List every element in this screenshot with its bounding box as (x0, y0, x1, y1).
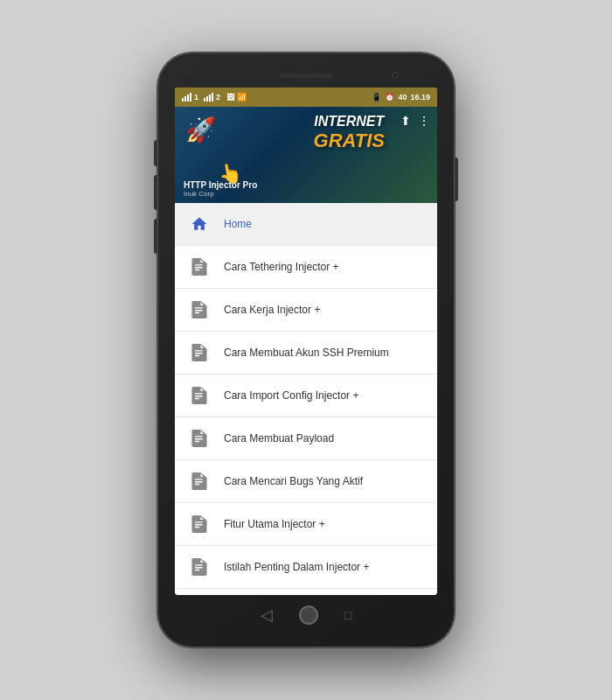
nav-item-home[interactable]: Home (175, 203, 437, 246)
status-right: 📱 ⏰ 40 16.19 (372, 93, 430, 102)
nav-item-fitur[interactable]: Fitur Utama Injector + (175, 503, 437, 546)
rocket-icon: 🚀 (185, 116, 216, 144)
recents-button[interactable]: □ (344, 608, 351, 622)
home-icon (189, 214, 210, 234)
signal-bars-2 (204, 93, 213, 102)
phone-top-bar (166, 68, 446, 82)
phone-bottom-nav: ◁ □ (261, 602, 351, 628)
nav-item-kerja[interactable]: Cara Kerja Injector + (175, 289, 437, 332)
alarm-icon: ⏰ (385, 93, 394, 102)
app-name: HTTP Injector Pro (184, 180, 257, 190)
doc-icon-istilah (189, 556, 210, 578)
volume-up-button[interactable] (154, 140, 157, 166)
share-icon[interactable]: ⬆ (400, 114, 411, 128)
time-label: 16.19 (410, 93, 430, 102)
doc-icon-kerja (189, 299, 210, 320)
gratis-label: GRATIS (314, 130, 385, 152)
app-info: HTTP Injector Pro Inuk Corp (184, 180, 257, 198)
nav-label-import: Cara Import Config Injector + (224, 389, 358, 402)
doc-icon-payload (189, 428, 210, 449)
nav-label-ssh: Cara Membuat Akun SSH Premium (224, 346, 389, 359)
sim-icon: 📱 (372, 93, 381, 102)
nav-item-ssh[interactable]: Cara Membuat Akun SSH Premium (175, 332, 437, 374)
internet-label: INTERNET (314, 114, 385, 130)
app-banner: 🚀 👆 INTERNET GRATIS HTTP Injector Pro In… (175, 107, 437, 203)
doc-icon-fitur (189, 514, 210, 535)
signal-bars (182, 93, 191, 102)
banner-text-block: INTERNET GRATIS (314, 114, 385, 152)
nav-item-tethering[interactable]: Cara Tethering Injector + (175, 246, 437, 289)
front-camera (392, 73, 398, 79)
nav-item-import[interactable]: Cara Import Config Injector + (175, 374, 437, 417)
nav-label-bugs: Cara Mencari Bugs Yang Aktif (224, 475, 363, 487)
status-left: 1 2 🖼 📶 (182, 93, 247, 102)
doc-icon-import (189, 385, 210, 406)
nav-item-payload[interactable]: Cara Membuat Payload (175, 417, 437, 460)
back-button[interactable]: ◁ (261, 606, 273, 625)
nav-item-istilah[interactable]: Istilah Penting Dalam Injector + (175, 546, 437, 589)
phone-shell: 1 2 🖼 📶 📱 ⏰ 40 16.19 🚀 (157, 52, 455, 648)
nav-label-fitur: Fitur Utama Injector + (224, 518, 325, 530)
nav-item-moreapp[interactable]: More App (175, 589, 437, 595)
nav-menu: Home Cara Tethering Injector + Car (175, 203, 437, 595)
home-button[interactable] (299, 606, 318, 625)
nav-label-istilah: Istilah Penting Dalam Injector + (224, 561, 369, 573)
nav-label-payload: Cara Membuat Payload (224, 432, 334, 444)
speaker (280, 74, 332, 78)
battery-label: 40 (398, 93, 407, 102)
status-bar: 1 2 🖼 📶 📱 ⏰ 40 16.19 (175, 88, 437, 107)
doc-icon-ssh (189, 342, 210, 363)
power-button[interactable] (455, 158, 458, 201)
notification-icons: 🖼 📶 (226, 93, 247, 102)
phone-screen: 1 2 🖼 📶 📱 ⏰ 40 16.19 🚀 (175, 88, 437, 595)
more-icon[interactable]: ⋮ (418, 114, 430, 128)
carrier-label-2: 2 (216, 93, 220, 102)
doc-icon-tethering (189, 256, 210, 277)
bixby-button[interactable] (154, 219, 157, 254)
banner-action-icons: ⬆ ⋮ (400, 114, 430, 128)
nav-item-bugs[interactable]: Cara Mencari Bugs Yang Aktif (175, 460, 437, 503)
doc-icon-bugs (189, 471, 210, 492)
nav-label-home: Home (224, 218, 252, 230)
carrier-label: 1 (194, 93, 198, 102)
volume-down-button[interactable] (154, 175, 157, 210)
nav-label-kerja: Cara Kerja Injector + (224, 304, 320, 316)
app-developer: Inuk Corp (184, 190, 257, 198)
nav-label-tethering: Cara Tethering Injector + (224, 261, 339, 273)
